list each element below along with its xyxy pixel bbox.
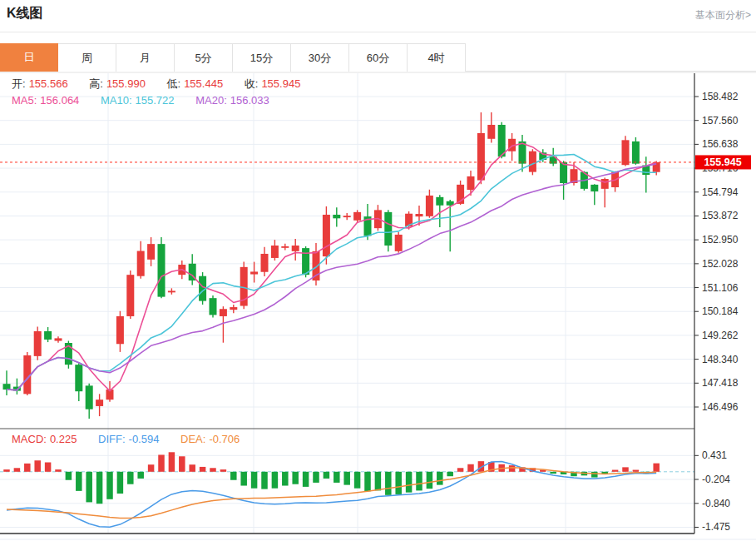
- diff-label: DIFF:: [98, 433, 126, 445]
- svg-text:153.872: 153.872: [702, 210, 739, 221]
- open-label: 开:: [12, 77, 26, 90]
- high-label: 高:: [89, 77, 103, 90]
- ma5-value: 156.064: [40, 94, 79, 107]
- svg-text:149.262: 149.262: [702, 330, 739, 341]
- high-value: 155.990: [106, 77, 146, 90]
- svg-text:-0.204: -0.204: [702, 474, 730, 485]
- macd-label: MACD:: [12, 433, 47, 445]
- low-value: 155.445: [184, 77, 223, 90]
- macd-legend: MACD:0.225 DIFF:-0.594 DEA:-0.706: [12, 433, 243, 445]
- ma20-value: 156.033: [230, 94, 269, 107]
- ma-legend: MA5:156.064 MA10:155.722 MA20:156.033: [12, 94, 273, 107]
- ma20-label: MA20:: [195, 94, 227, 107]
- svg-text:150.184: 150.184: [702, 305, 739, 317]
- svg-text:157.560: 157.560: [702, 115, 739, 127]
- svg-text:156.638: 156.638: [702, 138, 739, 150]
- svg-text:152.950: 152.950: [702, 234, 739, 246]
- svg-text:-0.840: -0.840: [702, 498, 730, 509]
- macd-value: 0.225: [50, 433, 77, 445]
- svg-text:147.418: 147.418: [702, 377, 739, 389]
- svg-text:152.028: 152.028: [702, 258, 739, 270]
- low-label: 低:: [167, 77, 181, 90]
- svg-text:146.496: 146.496: [702, 401, 739, 413]
- ma5-label: MA5:: [12, 94, 37, 107]
- svg-text:148.340: 148.340: [702, 354, 739, 365]
- ma10-value: 155.722: [136, 94, 175, 107]
- diff-value: -0.594: [129, 433, 160, 445]
- ohlc-legend: 开:155.566 高:155.990 低:155.445 收:155.945: [12, 77, 304, 92]
- dea-label: DEA:: [180, 433, 205, 445]
- svg-text:0.431: 0.431: [702, 449, 727, 461]
- last-price-tag: 155.945: [695, 155, 751, 169]
- svg-text:155.945: 155.945: [704, 156, 741, 168]
- svg-text:158.482: 158.482: [702, 91, 739, 102]
- open-value: 155.566: [29, 77, 68, 90]
- kline-page: K线图 基本面分析> 日周月5分15分30分60分4时 158.482157.5…: [0, 0, 756, 541]
- svg-text:154.794: 154.794: [702, 186, 739, 198]
- svg-text:151.106: 151.106: [702, 282, 739, 294]
- ma10-label: MA10:: [101, 94, 132, 107]
- dea-value: -0.706: [209, 433, 240, 445]
- close-label: 收:: [245, 77, 259, 90]
- close-value: 155.945: [261, 77, 300, 90]
- svg-text:-1.475: -1.475: [702, 521, 730, 533]
